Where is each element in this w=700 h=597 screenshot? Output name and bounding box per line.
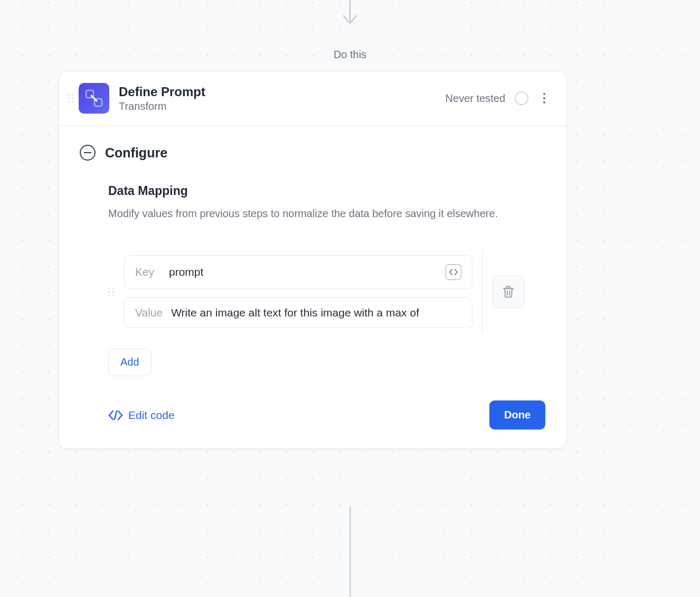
done-button[interactable]: Done xyxy=(489,400,545,430)
edit-code-link[interactable]: Edit code xyxy=(108,409,175,422)
value-input[interactable]: Write an image alt text for this image w… xyxy=(171,306,461,319)
test-status-text: Never tested xyxy=(446,92,505,105)
delete-row-button[interactable] xyxy=(492,275,525,308)
card-body: Configure Data Mapping Modify values fro… xyxy=(59,126,566,449)
title-block: Define Prompt Transform xyxy=(119,85,446,113)
mapping-row: Key prompt Value Write an image alt text… xyxy=(108,251,545,332)
key-field[interactable]: Key prompt xyxy=(124,255,472,289)
value-label: Value xyxy=(135,306,163,319)
key-label: Key xyxy=(135,266,160,278)
arrow-down-icon xyxy=(339,0,361,29)
divider xyxy=(482,251,483,332)
add-button[interactable]: Add xyxy=(108,348,152,376)
key-input[interactable]: prompt xyxy=(169,266,437,278)
value-field[interactable]: Value Write an image alt text for this i… xyxy=(124,297,472,328)
card-subtitle: Transform xyxy=(119,100,446,113)
flow-step-label: Do this xyxy=(334,49,366,61)
svg-line-4 xyxy=(115,411,117,419)
row-drag-handle-icon[interactable] xyxy=(108,287,115,296)
group-title: Data Mapping xyxy=(108,184,545,198)
step-card: Define Prompt Transform Never tested Con… xyxy=(58,71,567,449)
mapping-fields: Key prompt Value Write an image alt text… xyxy=(124,255,472,328)
code-toggle-button[interactable] xyxy=(446,264,461,280)
edit-code-label: Edit code xyxy=(128,409,175,422)
section-header: Configure xyxy=(80,145,545,161)
header-right: Never tested xyxy=(446,91,551,105)
transform-icon xyxy=(79,83,109,114)
collapse-icon[interactable] xyxy=(80,145,96,161)
card-title: Define Prompt xyxy=(119,85,446,99)
section-title: Configure xyxy=(105,145,167,161)
more-menu-button[interactable] xyxy=(538,93,551,104)
card-header: Define Prompt Transform Never tested xyxy=(59,71,566,126)
test-status-indicator-icon[interactable] xyxy=(515,91,528,105)
flow-line-below xyxy=(349,506,351,597)
group-description: Modify values from previous steps to nor… xyxy=(108,206,545,221)
drag-handle-icon[interactable] xyxy=(68,95,74,102)
code-icon xyxy=(108,409,123,421)
